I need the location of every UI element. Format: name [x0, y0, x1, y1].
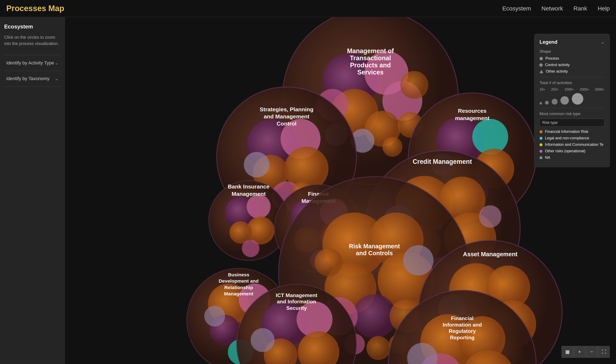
legend-shape-process-label: Process	[546, 56, 559, 61]
nav-help[interactable]: Help	[598, 5, 610, 12]
svg-text:Risk Management: Risk Management	[349, 243, 400, 249]
legend-risk-ict-label: Information and Communication Te	[545, 143, 603, 147]
size-circle-3	[560, 96, 569, 104]
svg-point-38	[247, 195, 270, 218]
map-area[interactable]: Management of Transactional Products and…	[65, 17, 616, 364]
chevron-down-icon-taxonomy: ⌄	[55, 76, 58, 81]
svg-text:and Controls: and Controls	[356, 250, 393, 257]
svg-point-41	[242, 240, 259, 257]
size-label-2: 1000+	[564, 88, 574, 91]
accordion-activity-type: Identify by Activity Type ⌄	[4, 55, 61, 71]
nav-network[interactable]: Network	[541, 5, 563, 12]
legend-risk-na-label: NA	[545, 156, 550, 160]
legend-shape-other-label: Other activity	[546, 69, 568, 74]
svg-text:Services: Services	[357, 69, 383, 76]
legend-size-circles	[540, 93, 604, 104]
triangle-icon	[540, 70, 543, 73]
svg-text:Security: Security	[286, 305, 307, 311]
risk-dot-na	[540, 156, 543, 159]
sidebar-accordion: Identify by Activity Type ⌄ Identify by …	[4, 55, 61, 87]
app-header: Processes Map Ecosystem Network Rank Hel…	[0, 0, 616, 17]
svg-text:and Information: and Information	[277, 299, 316, 304]
legend-shape-section-title: Shape	[540, 49, 604, 54]
size-circle-0	[540, 102, 542, 104]
zoom-in-button[interactable]: +	[574, 346, 585, 358]
legend-shape-process: Process	[540, 56, 604, 61]
svg-text:Bank Insurance: Bank Insurance	[228, 183, 269, 190]
legend-risk-section-title: Most common risk type	[540, 112, 604, 116]
svg-text:Financial: Financial	[451, 315, 474, 321]
svg-text:Strategies, Planning: Strategies, Planning	[260, 106, 313, 113]
svg-point-9	[382, 137, 402, 157]
circle-icon	[540, 57, 543, 60]
legend-shape-control: Control activity	[540, 63, 604, 67]
sidebar: Ecosystem Click on the circles to zoom i…	[0, 17, 65, 364]
legend-panel: Legend ⌄ Shape Process Control activity …	[534, 34, 610, 167]
accordion-taxonomy: Identify by Taxonomy ⌄	[4, 71, 61, 87]
svg-text:Management of: Management of	[347, 47, 394, 55]
svg-point-7	[400, 71, 428, 99]
diamond-icon	[539, 63, 543, 67]
svg-point-93	[251, 328, 275, 352]
fullscreen-button[interactable]: ⛶	[598, 346, 610, 358]
svg-text:management: management	[455, 115, 490, 121]
accordion-label-activity-type: Identify by Activity Type	[6, 60, 54, 66]
svg-text:Credit Management: Credit Management	[413, 158, 472, 165]
svg-point-72	[314, 248, 342, 276]
size-label-0: 10+	[540, 88, 545, 91]
size-label-1: 250+	[551, 88, 559, 91]
legend-shape-other: Other activity	[540, 69, 604, 74]
svg-text:Business: Business	[228, 272, 249, 277]
svg-text:Control: Control	[277, 120, 296, 127]
svg-text:and Management: and Management	[264, 113, 309, 120]
svg-text:Transactional: Transactional	[350, 54, 391, 62]
legend-divider-2	[540, 108, 604, 108]
legend-title: Legend	[540, 39, 557, 45]
fit-button[interactable]: ▦	[561, 346, 573, 358]
bubble-map-svg[interactable]: Management of Transactional Products and…	[65, 17, 616, 364]
legend-risk-legal-label: Legal and non-compliance	[545, 136, 589, 140]
svg-text:Regulatory: Regulatory	[449, 328, 476, 334]
legend-divider-1	[540, 77, 604, 77]
sidebar-section-title: Ecosystem	[4, 24, 61, 30]
size-label-3: 2000+	[580, 88, 589, 91]
legend-header: Legend ⌄	[540, 39, 604, 45]
accordion-header-taxonomy[interactable]: Identify by Taxonomy ⌄	[4, 71, 61, 86]
main-layout: Ecosystem Click on the circles to zoom i…	[0, 17, 616, 364]
legend-shape-control-label: Control activity	[545, 63, 570, 67]
legend-risk-other: Other risks (operational)	[540, 149, 604, 153]
svg-text:Resources: Resources	[458, 108, 487, 114]
accordion-header-activity-type[interactable]: Identify by Activity Type ⌄	[4, 55, 61, 71]
svg-text:Products and: Products and	[350, 62, 391, 69]
legend-size-section-title: Total # of activities	[540, 80, 604, 85]
svg-point-61	[479, 206, 501, 228]
sidebar-description: Click on the circles to zoom into the pr…	[4, 34, 61, 47]
app-title: Processes Map	[6, 4, 64, 13]
size-label-4: 5000+	[595, 88, 604, 91]
svg-point-82	[204, 306, 225, 326]
nav-ecosystem[interactable]: Ecosystem	[502, 5, 531, 12]
legend-risk-legal: Legal and non-compliance	[540, 136, 604, 140]
svg-text:Reporting: Reporting	[450, 335, 475, 340]
legend-collapse-button[interactable]: ⌄	[601, 39, 604, 45]
svg-point-71	[403, 245, 434, 275]
legend-risk-financial: Financial Information Risk	[540, 130, 604, 134]
risk-dot-legal	[540, 137, 543, 140]
legend-risk-ict: Information and Communication Te	[540, 143, 604, 147]
size-circle-2	[552, 99, 558, 104]
zoom-out-button[interactable]: −	[586, 346, 598, 358]
svg-point-73	[366, 336, 390, 360]
svg-point-22	[244, 152, 269, 177]
svg-text:Development and: Development and	[219, 278, 259, 284]
nav-rank[interactable]: Rank	[574, 5, 587, 12]
svg-text:Relationship: Relationship	[224, 285, 253, 290]
risk-type-dropdown[interactable]: Risk type	[540, 119, 604, 127]
chevron-down-icon-activity-type: ⌄	[55, 60, 58, 65]
zoom-controls: ▦ + − ⛶	[561, 346, 610, 358]
size-circle-1	[545, 101, 549, 104]
svg-text:Information and: Information and	[443, 322, 482, 328]
risk-dot-other	[540, 150, 543, 153]
svg-text:ICT Management: ICT Management	[276, 292, 317, 298]
main-nav: Ecosystem Network Rank Help	[502, 5, 610, 12]
legend-risk-other-label: Other risks (operational)	[545, 149, 585, 153]
